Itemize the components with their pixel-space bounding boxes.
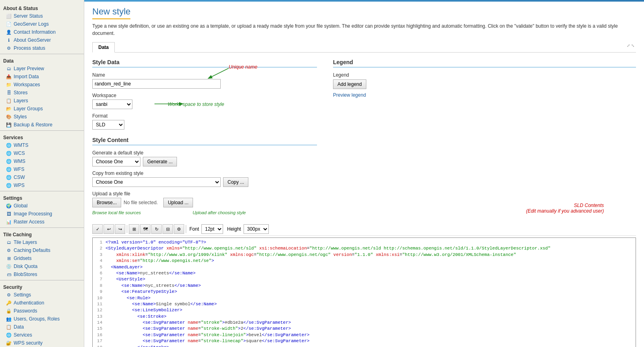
legend-section-title: Legend xyxy=(333,59,636,67)
sidebar-item-users-groups-roles[interactable]: 👥 Users, Groups, Roles xyxy=(0,315,84,323)
code-line-2: 2 <StyledLayerDescriptor xmlns="http://w… xyxy=(94,246,634,252)
height-label: Height xyxy=(227,226,241,232)
browse-button[interactable]: Browse... xyxy=(92,198,121,207)
sidebar-item-image-processing[interactable]: 🖼 Image Processing xyxy=(0,210,84,218)
sidebar-item-wps-security[interactable]: 🔐 WPS security xyxy=(0,339,84,347)
code-line-5: 5 <NamedLayer> xyxy=(94,264,634,270)
authentication-icon: 🔑 xyxy=(6,300,12,306)
sidebar-item-passwords[interactable]: 🔒 Passwords xyxy=(0,307,84,315)
generate-select[interactable]: Choose One xyxy=(92,157,140,166)
format-label: Format xyxy=(92,113,317,119)
upload-button[interactable]: Upload ... xyxy=(163,198,193,207)
code-line-9: 9 <se:FeatureTypeStyle> xyxy=(94,289,634,295)
security-settings-icon: ⚙ xyxy=(6,292,12,298)
backup-icon: 💾 xyxy=(6,122,12,128)
generate-button[interactable]: Generate ... xyxy=(143,157,177,166)
code-editor[interactable]: 1 <?xml version="1.0" encoding="UTF-8"?>… xyxy=(92,237,636,347)
sidebar-item-contact[interactable]: 👤 Contact Information xyxy=(0,28,84,36)
right-column: Legend Legend Add legend Preview legend xyxy=(333,59,636,211)
sidebar-item-stores[interactable]: 🗄 Stores xyxy=(0,89,84,97)
sidebar-item-layer-groups[interactable]: 📂 Layer Groups xyxy=(0,105,84,113)
sidebar-item-caching-defaults[interactable]: ⚙ Caching Defaults xyxy=(0,246,84,254)
security-data-icon: 📋 xyxy=(6,324,12,330)
workspace-select[interactable]: sanbi xyxy=(92,99,132,109)
copy-row: Choose One Copy ... xyxy=(92,177,317,187)
sidebar-item-global[interactable]: 🌍 Global xyxy=(0,202,84,210)
wps-security-icon: 🔐 xyxy=(6,340,12,346)
workspace-field-group: Workspace sanbi Works space to store sty… xyxy=(92,93,317,109)
toolbar-map-btn[interactable]: 🗺 xyxy=(140,224,150,234)
sld-annotation: SLD Contents (Edit manually if you advan… xyxy=(526,203,604,214)
toolbar-format-btn[interactable]: ⊞ xyxy=(129,224,139,234)
upload-label: Upload a style file xyxy=(92,191,317,197)
sidebar-item-wps[interactable]: 🌐 WPS xyxy=(0,181,84,189)
code-line-13: 13 <se:Stroke> xyxy=(94,314,634,320)
process-icon: ⚙ xyxy=(6,45,12,51)
editor-toolbar: ✓ ↩ ↪ ⊞ 🗺 ↻ ⊟ ⚙ Font 12pt 10pt 14pt Heig… xyxy=(92,223,636,236)
server-status-icon: ⬜ xyxy=(6,13,12,19)
name-field-group: Name Unique name xyxy=(92,72,317,89)
tab-data[interactable]: Data xyxy=(92,42,115,53)
sidebar: About & Status ⬜ Server Status 📄 GeoServ… xyxy=(0,0,84,347)
sidebar-item-process-status[interactable]: ⚙ Process status xyxy=(0,44,84,52)
sidebar-item-wms[interactable]: 🌐 WMS xyxy=(0,157,84,165)
sidebar-item-security-data[interactable]: 📋 Data xyxy=(0,323,84,331)
sidebar-item-wcs[interactable]: 🌐 WCS xyxy=(0,149,84,157)
generate-label: Generate a default style xyxy=(92,150,317,156)
code-line-11: 11 <se:Name>Single symbol</se:Name> xyxy=(94,301,634,307)
sidebar-item-authentication[interactable]: 🔑 Authentication xyxy=(0,299,84,307)
tile-layers-icon: 🗂 xyxy=(6,239,12,246)
users-icon: 👥 xyxy=(6,316,12,322)
security-services-icon: 🌐 xyxy=(6,332,12,338)
code-line-18: 18 </se:Stroke> xyxy=(94,345,634,347)
sidebar-item-backup-restore[interactable]: 💾 Backup & Restore xyxy=(0,121,84,129)
code-line-1: 1 <?xml version="1.0" encoding="UTF-8"?> xyxy=(94,239,634,246)
sidebar-item-about[interactable]: ℹ About GeoServer xyxy=(0,36,84,44)
sidebar-item-wmts[interactable]: 🌐 WMTS xyxy=(0,141,84,149)
upload-row: Browse... No file selected. Upload ... B… xyxy=(92,198,317,207)
sidebar-item-layers[interactable]: 📋 Layers xyxy=(0,97,84,105)
toolbar-refresh-btn[interactable]: ↻ xyxy=(151,224,162,234)
font-size-select[interactable]: 12pt 10pt 14pt xyxy=(201,224,223,234)
add-legend-button[interactable]: Add legend xyxy=(333,79,366,89)
sidebar-item-import-data[interactable]: 📥 Import Data xyxy=(0,73,84,81)
height-select[interactable]: 300px 400px 500px xyxy=(244,224,269,234)
copy-button[interactable]: Copy ... xyxy=(223,177,248,187)
left-column: Style Data Name Unique name xyxy=(92,59,317,211)
image-processing-icon: 🖼 xyxy=(6,211,12,217)
sidebar-item-styles[interactable]: 🎨 Styles xyxy=(0,113,84,121)
toolbar-table-btn[interactable]: ⊟ xyxy=(163,224,173,234)
sidebar-item-gridsets[interactable]: ⊞ Gridsets xyxy=(0,254,84,262)
preview-legend-link[interactable]: Preview legend xyxy=(333,92,366,98)
code-line-3: 3 xmlns:xlink="http://www.w3.org/1999/xl… xyxy=(94,252,634,258)
legend-buttons: Add legend xyxy=(333,79,636,89)
style-content-section: Style Content Generate a default style C… xyxy=(92,137,317,207)
toolbar-settings-btn[interactable]: ⚙ xyxy=(174,224,184,234)
toolbar-undo-btn[interactable]: ↩ xyxy=(104,224,114,234)
code-line-8: 8 <se:Name>nyc_streets</se:Name> xyxy=(94,283,634,289)
sidebar-item-disk-quota[interactable]: 💿 Disk Quota xyxy=(0,262,84,270)
sidebar-item-wfs[interactable]: 🌐 WFS xyxy=(0,165,84,173)
sidebar-item-security-settings[interactable]: ⚙ Settings xyxy=(0,291,84,299)
toolbar-redo-btn[interactable]: ↪ xyxy=(115,224,125,234)
sidebar-item-geoserver-logs[interactable]: 📄 GeoServer Logs xyxy=(0,20,84,28)
sidebar-item-tile-layers[interactable]: 🗂 Tile Layers xyxy=(0,238,84,246)
format-select[interactable]: SLD CSS YSLD MapBox xyxy=(92,120,124,130)
copy-select[interactable]: Choose One xyxy=(92,177,221,187)
code-line-4: 4 xmlns:se="http://www.opengis.net/se"> xyxy=(94,258,634,264)
sidebar-item-csw[interactable]: 🌐 CSW xyxy=(0,173,84,181)
svg-line-0 xyxy=(209,68,229,78)
blobstores-icon: 🗃 xyxy=(6,271,12,278)
sidebar-section-tile-caching: Tile Caching xyxy=(0,229,84,238)
sidebar-item-workspaces[interactable]: 📁 Workspaces xyxy=(0,81,84,89)
code-line-6: 6 <se:Name>nyc_streets</se:Name> xyxy=(94,270,634,276)
sidebar-item-server-status[interactable]: ⬜ Server Status xyxy=(0,12,84,20)
global-icon: 🌍 xyxy=(6,203,12,209)
sidebar-item-layer-preview[interactable]: 🗂 Layer Preview xyxy=(0,65,84,73)
tab-resize-icons[interactable]: ⤢ ⤡ xyxy=(625,42,636,52)
toolbar-validate-btn[interactable]: ✓ xyxy=(92,224,103,234)
gridsets-icon: ⊞ xyxy=(6,255,12,262)
sidebar-item-blobstores[interactable]: 🗃 BlobStores xyxy=(0,270,84,278)
sidebar-item-raster-access[interactable]: 📊 Raster Access xyxy=(0,218,84,226)
sidebar-item-security-services[interactable]: 🌐 Services xyxy=(0,331,84,339)
